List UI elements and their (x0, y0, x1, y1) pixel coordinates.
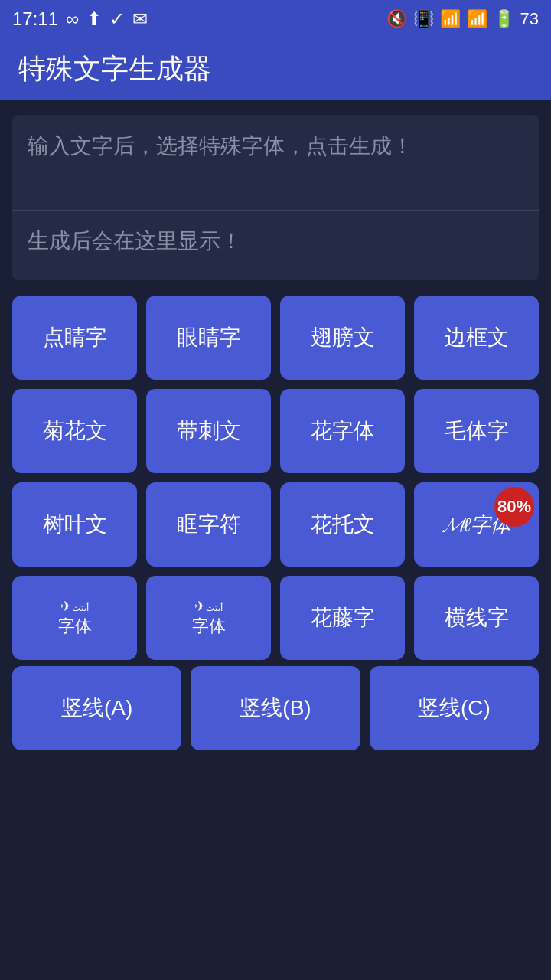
time-display: 17:11 (12, 8, 58, 30)
badge-80: 80% (494, 487, 534, 527)
check-icon: ✓ (109, 8, 125, 30)
btn-huaziti[interactable]: 花字体 (280, 389, 405, 473)
main-content: 生成后会在这里显示！ 点睛字 眼睛字 翅膀文 边框文 菊花文 带刺文 花字体 毛… (0, 100, 551, 769)
btn-feiji2[interactable]: ✈أبتث字体 (146, 576, 271, 660)
btn-feiji1[interactable]: ✈أبتث字体 (12, 576, 137, 660)
app-bar: 特殊文字生成器 (0, 38, 551, 100)
status-right: 🔇 📳 📶 📶 🔋 73 (386, 9, 539, 29)
bottom-buttons-grid: 竖线(A) 竖线(B) 竖线(C) (12, 663, 539, 753)
btn-shuxianB[interactable]: 竖线(B) (191, 666, 360, 750)
btn-chibang[interactable]: 翅膀文 (280, 296, 405, 380)
btn-huateng[interactable]: 花藤字 (280, 576, 405, 660)
btn-daici[interactable]: 带刺文 (146, 389, 271, 473)
text-input[interactable] (28, 130, 523, 194)
btn-shuye[interactable]: 树叶文 (12, 482, 137, 567)
btn-biankuang[interactable]: 边框文 (414, 296, 539, 380)
btn-shuxianC[interactable]: 竖线(C) (370, 666, 539, 750)
btn-huatuo[interactable]: 花托文 (280, 482, 405, 567)
wifi-icon: 📶 (440, 9, 461, 29)
status-bar: 17:11 ∞ ⬆ ✓ ✉ 🔇 📳 📶 📶 🔋 73 (0, 0, 551, 38)
mail-icon: ✉ (132, 8, 148, 30)
output-placeholder: 生成后会在这里显示！ (28, 229, 242, 253)
upload-icon: ⬆ (86, 8, 102, 30)
output-area: 生成后会在这里显示！ (12, 211, 539, 280)
btn-ml[interactable]: 𝓜ℓ字体 80% (414, 482, 539, 567)
font-buttons-grid: 点睛字 眼睛字 翅膀文 边框文 菊花文 带刺文 花字体 毛体字 树叶文 眶字符 (12, 292, 539, 663)
app-title: 特殊文字生成器 (18, 51, 211, 88)
btn-kuang[interactable]: 眶字符 (146, 482, 271, 567)
status-left: 17:11 ∞ ⬆ ✓ ✉ (12, 8, 148, 30)
input-area (12, 115, 539, 211)
signal-icon: 📶 (467, 9, 487, 29)
infinity-icon: ∞ (66, 8, 79, 30)
btn-dianjing[interactable]: 点睛字 (12, 296, 137, 380)
btn-yanjing[interactable]: 眼睛字 (146, 296, 271, 380)
battery-level: 73 (520, 9, 539, 29)
battery-icon: 🔋 (494, 9, 514, 29)
btn-maoti[interactable]: 毛体字 (414, 389, 539, 473)
btn-juhua[interactable]: 菊花文 (12, 389, 137, 473)
btn-hengxian[interactable]: 横线字 (414, 576, 539, 660)
vibrate-icon: 📳 (413, 9, 434, 29)
btn-shuxianA[interactable]: 竖线(A) (12, 666, 181, 750)
mute-icon: 🔇 (386, 9, 407, 29)
